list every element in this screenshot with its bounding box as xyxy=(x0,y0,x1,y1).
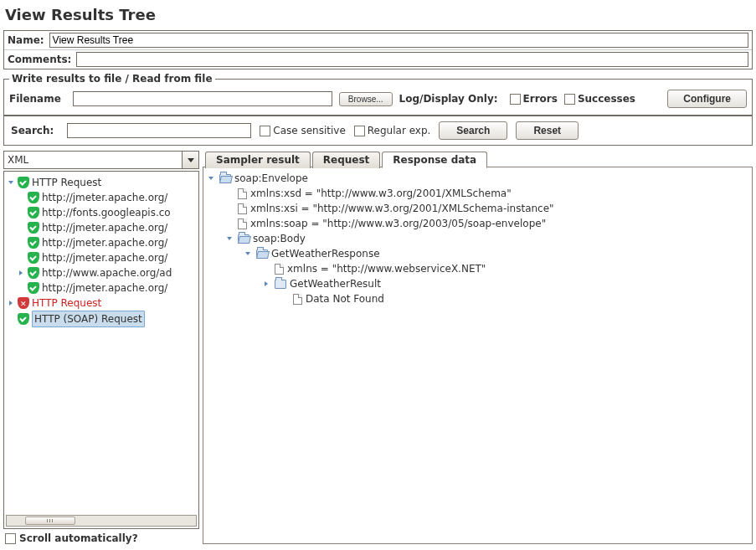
successes-checkbox-label: Successes xyxy=(578,93,635,105)
tree-toggle-icon[interactable] xyxy=(8,300,15,307)
shield-pass-icon xyxy=(18,313,29,325)
dropdown-arrow-button[interactable] xyxy=(182,152,198,168)
folder-open-icon xyxy=(219,174,231,183)
tree-toggle-icon xyxy=(18,239,25,247)
name-input[interactable] xyxy=(49,33,748,48)
renderer-selected-value: XML xyxy=(8,154,28,166)
result-tree-item[interactable]: http://fonts.googleapis.co xyxy=(6,205,197,220)
file-group: Write results to file / Read from file F… xyxy=(3,73,753,116)
xml-tree-item-label: xmlns:soap = "http://www.w3.org/2003/05/… xyxy=(250,216,546,231)
results-tree[interactable]: HTTP Requesthttp://jmeter.apache.org/htt… xyxy=(3,171,199,529)
file-icon xyxy=(238,188,247,199)
renderer-select[interactable]: XML xyxy=(3,151,199,169)
xml-tree-item[interactable]: xmlns:xsi = "http://www.w3.org/2001/XMLS… xyxy=(208,201,747,216)
result-tree-item[interactable]: HTTP Request xyxy=(6,175,197,190)
response-data-panel[interactable]: soap:Envelopexmlns:xsd = "http://www.w3.… xyxy=(203,167,753,544)
tree-toggle-icon[interactable] xyxy=(245,246,253,261)
tree-toggle-icon[interactable] xyxy=(8,179,15,187)
xml-tree-item[interactable]: soap:Body xyxy=(208,231,747,246)
shield-pass-icon xyxy=(28,267,39,279)
result-tree-item-label: http://jmeter.apache.org/ xyxy=(42,250,167,265)
case-sensitive-checkbox[interactable]: Case sensitive xyxy=(260,125,346,136)
tree-toggle-icon[interactable] xyxy=(18,270,25,277)
result-tree-item[interactable]: HTTP (SOAP) Request xyxy=(6,311,197,327)
shield-pass-icon xyxy=(28,282,39,294)
browse-button[interactable]: Browse... xyxy=(339,92,393,106)
search-input[interactable] xyxy=(67,123,251,138)
xml-tree-item[interactable]: Data Not Found xyxy=(208,291,747,306)
tree-toggle-icon xyxy=(18,254,25,262)
xml-tree-item[interactable]: GetWeatherResponse xyxy=(208,246,747,261)
tree-toggle-icon[interactable] xyxy=(264,276,271,291)
tree-toggle-icon xyxy=(18,224,25,232)
result-tree-item-label: http://jmeter.apache.org/ xyxy=(42,190,167,205)
result-tree-item-label: http://jmeter.apache.org/ xyxy=(42,280,167,296)
file-icon xyxy=(293,294,302,305)
comments-input[interactable] xyxy=(76,52,748,67)
logdisplay-label: Log/Display Only: xyxy=(399,93,498,105)
regular-exp-checkbox[interactable]: Regular exp. xyxy=(354,125,431,136)
result-tree-item[interactable]: http://jmeter.apache.org/ xyxy=(6,250,197,265)
shield-pass-icon xyxy=(28,237,39,249)
xml-tree-item-label: Data Not Found xyxy=(306,291,384,306)
checkbox-icon xyxy=(5,533,16,544)
tree-toggle-icon xyxy=(18,285,25,292)
shield-pass-icon xyxy=(28,252,39,264)
result-tree-item-label: HTTP Request xyxy=(32,175,101,190)
result-tree-item[interactable]: http://jmeter.apache.org/ xyxy=(6,280,197,296)
tree-toggle-icon[interactable] xyxy=(208,171,216,186)
tree-toggle-icon xyxy=(18,209,25,217)
file-group-legend: Write results to file / Read from file xyxy=(9,73,215,85)
case-sensitive-label: Case sensitive xyxy=(273,125,346,136)
errors-checkbox-label: Errors xyxy=(523,93,558,105)
configure-button[interactable]: Configure xyxy=(667,90,747,108)
xml-tree-item-label: GetWeatherResponse xyxy=(271,246,380,261)
shield-pass-icon xyxy=(28,222,39,234)
result-tree-item[interactable]: http://jmeter.apache.org/ xyxy=(6,190,197,205)
tab-sampler-result[interactable]: Sampler result xyxy=(205,152,311,168)
result-tree-item-label: http://jmeter.apache.org/ xyxy=(42,235,167,250)
xml-tree-item[interactable]: xmlns:soap = "http://www.w3.org/2003/05/… xyxy=(208,216,747,231)
xml-tree-item[interactable]: xmlns = "http://www.webserviceX.NET" xyxy=(208,261,747,276)
reset-button[interactable]: Reset xyxy=(516,121,579,140)
checkbox-icon xyxy=(354,126,365,136)
result-tree-item-label: http://jmeter.apache.org/ xyxy=(42,220,167,235)
xml-tree-item[interactable]: GetWeatherResult xyxy=(208,276,747,291)
search-button[interactable]: Search xyxy=(439,121,507,140)
scroll-auto-label: Scroll automatically? xyxy=(19,532,138,544)
result-tree-item-label: HTTP Request xyxy=(32,296,101,311)
page-title: View Results Tree xyxy=(3,3,753,30)
scrollbar-thumb[interactable] xyxy=(25,517,75,525)
xml-tree-item-label: soap:Envelope xyxy=(234,171,308,186)
result-tree-item-label: http://www.apache.org/ad xyxy=(42,265,172,280)
name-label: Name: xyxy=(8,34,44,46)
tab-response-data[interactable]: Response data xyxy=(382,152,487,168)
xml-tree-item[interactable]: soap:Envelope xyxy=(208,171,747,186)
search-bar: Search: Case sensitive Regular exp. Sear… xyxy=(3,116,753,146)
xml-tree-item-label: soap:Body xyxy=(253,231,306,246)
result-tree-item[interactable]: http://www.apache.org/ad xyxy=(6,265,197,280)
result-tree-item[interactable]: http://jmeter.apache.org/ xyxy=(6,220,197,235)
comments-label: Comments: xyxy=(8,54,71,65)
xml-tree-item-label: xmlns:xsi = "http://www.w3.org/2001/XMLS… xyxy=(250,201,554,216)
basic-fields-panel: Name: Comments: xyxy=(3,30,753,69)
file-icon xyxy=(238,203,247,214)
horizontal-scrollbar[interactable] xyxy=(6,515,197,527)
filename-input[interactable] xyxy=(73,91,332,106)
regular-exp-label: Regular exp. xyxy=(368,125,431,136)
errors-checkbox[interactable]: Errors xyxy=(510,93,558,105)
successes-checkbox[interactable]: Successes xyxy=(564,93,635,105)
search-label: Search: xyxy=(11,125,54,136)
tree-toggle-icon[interactable] xyxy=(227,231,234,246)
tab-request[interactable]: Request xyxy=(312,152,381,168)
result-tree-item[interactable]: HTTP Request xyxy=(6,296,197,311)
folder-icon xyxy=(275,280,286,289)
xml-tree-item-label: xmlns = "http://www.webserviceX.NET" xyxy=(287,261,486,276)
result-tree-item-label: http://fonts.googleapis.co xyxy=(42,205,171,220)
xml-tree-item[interactable]: xmlns:xsd = "http://www.w3.org/2001/XMLS… xyxy=(208,186,747,201)
scroll-auto-checkbox[interactable]: Scroll automatically? xyxy=(3,529,199,544)
chevron-down-icon xyxy=(188,158,194,162)
result-tree-item[interactable]: http://jmeter.apache.org/ xyxy=(6,235,197,250)
shield-fail-icon xyxy=(18,297,29,309)
folder-open-icon xyxy=(256,249,268,259)
